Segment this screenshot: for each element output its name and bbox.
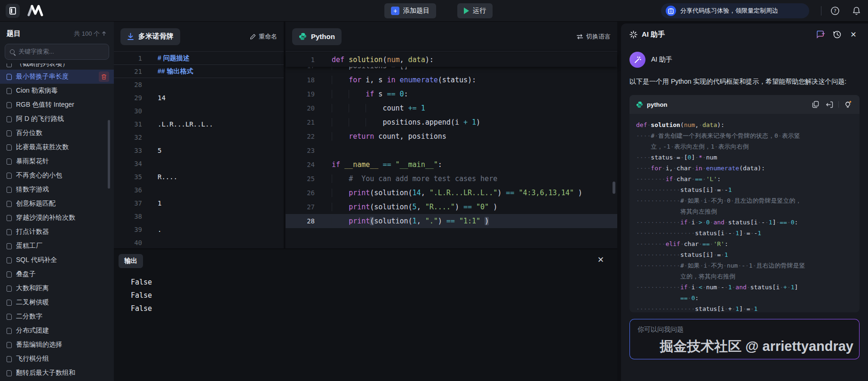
ai-avatar [629, 52, 645, 68]
code-token: solution [349, 56, 382, 64]
sidebar-item[interactable]: 猜数字游戏 [0, 183, 114, 197]
code-token: , [695, 121, 699, 128]
code-token: == [780, 219, 787, 226]
sidebar-item[interactable]: 比赛最高获胜次数 [0, 140, 114, 154]
sidebar-item-label: 比赛最高获胜次数 [16, 143, 69, 151]
ai-code-line: ············if·i·>·0·and·status[i·-·1]·=… [636, 217, 853, 228]
sidebar-item[interactable]: 最小替换子串长度 [0, 70, 114, 84]
ai-code-line: 立的，将其向右推倒 [636, 271, 853, 282]
sidebar-item[interactable]: Cion 勒索病毒 [0, 84, 114, 98]
sidebar-item-label: 翻转后最大子数组和 [16, 369, 75, 377]
search-input[interactable]: 关键字搜索... [5, 44, 109, 60]
code-token: = [717, 251, 721, 258]
add-problem-button[interactable]: + 添加题目 [384, 3, 436, 18]
python-icon [636, 101, 643, 108]
sidebar-item-label: 叠盘子 [16, 270, 36, 278]
output-tab[interactable]: 输出 [119, 254, 143, 268]
promo-banner[interactable]: 分享代码练习体验，领限量定制周边 [661, 3, 809, 18]
problem-title-tab[interactable]: 多米诺骨牌 [120, 28, 180, 45]
sidebar-item[interactable]: 番茄编辑的选择 [0, 338, 114, 352]
code-token: # [651, 132, 654, 139]
language-tab-python[interactable]: Python [292, 28, 342, 45]
code-token: = [747, 305, 750, 312]
python-icon [299, 32, 307, 40]
ai-question-input[interactable]: 你可以问我问题 掘金技术社区 @ arriettyandray [629, 319, 860, 359]
sidebar-item[interactable]: 穿越沙漠的补给次数 [0, 211, 114, 225]
problem-sidebar: 题目 共 100 个 关键字搜索... （截断的列表项） 最小替换子串长度Cio… [0, 22, 114, 381]
problem-line-text: 14 [142, 94, 166, 102]
indent [332, 132, 349, 141]
sidebar-item[interactable]: 叠盘子 [0, 267, 114, 281]
whitespace-dots: · [723, 262, 727, 269]
clipped-list-item[interactable]: （截断的列表项） [0, 64, 114, 70]
editor-scrollbar[interactable] [613, 182, 615, 194]
bell-icon[interactable] [851, 5, 862, 16]
delete-problem-button[interactable] [99, 71, 109, 82]
file-icon [7, 88, 12, 94]
sidebar-item[interactable]: 暴雨梨花针 [0, 154, 114, 168]
sidebar-item[interactable]: 分布式团建 [0, 324, 114, 338]
sidebar-item[interactable]: 大数和距离 [0, 281, 114, 295]
line-number: 23 [286, 147, 315, 154]
code-token: num [727, 262, 738, 269]
sidebar-toggle-button[interactable] [6, 4, 20, 18]
sidebar-item[interactable]: RGB 色值转 Integer [0, 98, 114, 112]
history-icon[interactable] [831, 28, 843, 40]
sidebar-item[interactable]: 蛋糕工厂 [0, 239, 114, 253]
rename-button[interactable]: 重命名 [250, 32, 277, 41]
whitespace-dots: · [680, 240, 684, 247]
code-token: 1 [728, 284, 732, 291]
problem-line: 1# 问题描述 [114, 52, 284, 65]
pencil-icon [250, 33, 256, 40]
line-number: 27 [286, 203, 315, 211]
run-button[interactable]: 运行 [457, 3, 493, 18]
hint-bulb-icon[interactable] [843, 99, 853, 110]
editor-line: 23 [286, 143, 617, 158]
code-token: - [725, 186, 728, 193]
sidebar-item[interactable]: 翻转后最大子数组和 [0, 366, 114, 380]
file-icon [7, 215, 12, 221]
sidebar-item[interactable]: 阿 D 的飞行路线 [0, 112, 114, 126]
problem-line: 371 [114, 197, 284, 210]
problem-line-text: 1 [142, 199, 161, 207]
sidebar-item[interactable]: 二叉树供暖 [0, 295, 114, 310]
code-token: : [695, 294, 699, 302]
whitespace-dots: · [695, 219, 699, 226]
code-token: 将其向左推倒 [680, 208, 717, 215]
code-editor-area[interactable]: 1def solution(num, data):17 positions = … [286, 52, 617, 228]
file-icon [7, 229, 12, 235]
sidebar-item[interactable]: 创意标题匹配 [0, 197, 114, 211]
code-token: 1 [735, 305, 739, 312]
output-close-icon[interactable]: ✕ [597, 255, 604, 265]
ai-code-block: python def·solution(num,·data):····#·首先创… [629, 95, 860, 312]
line-number: 21 [114, 68, 142, 75]
switch-language-button[interactable]: 切换语言 [576, 32, 611, 41]
problem-source-lines[interactable]: 1# 问题描述21## 输出格式2829143031.L.R...LR..L..… [114, 52, 284, 249]
editor-line: 27 print(solution(5, "R....") == "0" ) [286, 200, 617, 214]
copy-icon[interactable] [810, 99, 820, 110]
problem-line: 31.L.R...LR..L.. [114, 118, 284, 131]
play-icon [464, 8, 469, 14]
code-token: if [366, 90, 374, 98]
ai-code-lines[interactable]: def·solution(num,·data):····#·首先创建一个列表来记… [629, 114, 860, 312]
whitespace-dots: · [780, 284, 783, 291]
sidebar-item-label: Cion 勒索病毒 [16, 87, 58, 95]
sidebar-item[interactable]: 飞行棋分组 [0, 352, 114, 366]
sidebar-item[interactable]: 百分位数 [0, 126, 114, 140]
ai-close-icon[interactable]: ✕ [847, 28, 860, 40]
sidebar-item[interactable]: SQL 代码补全 [0, 253, 114, 267]
insert-code-icon[interactable] [824, 99, 835, 110]
sidebar-item[interactable]: 不再贪心的小包 [0, 168, 114, 183]
code-token: ] [795, 284, 798, 291]
help-icon[interactable]: ? [829, 5, 841, 16]
sidebar-scrollbar[interactable] [108, 120, 110, 189]
new-chat-icon[interactable] [814, 28, 827, 40]
editor-line-code: if __name__ == "__main__": [315, 160, 442, 169]
sidebar-item[interactable]: 打点计数器 [0, 225, 114, 239]
sidebar-item[interactable]: 二分数字 [0, 310, 114, 324]
scroll-top-icon[interactable] [102, 31, 106, 36]
code-token: status[i] [680, 251, 713, 258]
ai-panel-title: AI 助手 [642, 30, 665, 39]
logo-m-icon[interactable] [26, 4, 45, 18]
code-token: 5 [413, 203, 417, 211]
